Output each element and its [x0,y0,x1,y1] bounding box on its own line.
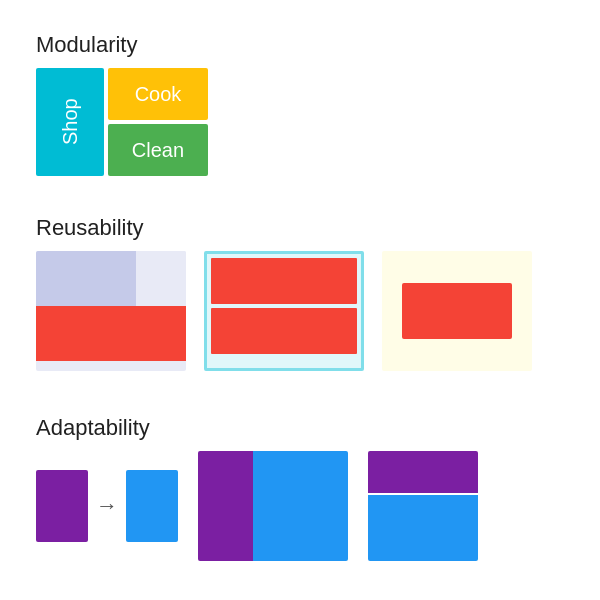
adapt-example-1: → [36,470,178,542]
adapt-ex3-purple [368,451,478,493]
adaptability-examples: → [36,451,478,561]
reuse-example-1 [36,251,186,371]
adapt-ex2-blue [253,451,348,561]
adapt-ex3-blue [368,495,478,561]
modularity-title: Modularity [36,32,208,58]
reuse-ex3-inner-red [402,283,512,339]
reusability-title: Reusability [36,215,532,241]
adaptability-section: Adaptability → [36,415,478,561]
shop-block: Shop [36,68,104,176]
modularity-grid: Shop Cook Clean [36,68,208,176]
reuse-ex1-topmid [86,251,136,306]
adapt-blue-small [126,470,178,542]
reusability-section: Reusability [36,215,532,371]
reuse-ex1-topright [136,251,186,306]
reusability-examples [36,251,532,371]
adapt-purple-small [36,470,88,542]
adaptability-title: Adaptability [36,415,478,441]
adapt-ex2-purple [198,451,253,561]
arrow-icon: → [96,493,118,519]
cook-block: Cook [108,68,208,120]
adapt-example-3 [368,451,478,561]
reuse-ex2-top-red [211,258,357,304]
clean-block: Clean [108,124,208,176]
reuse-ex2-bottom-red [211,308,357,354]
reuse-ex1-bottom [36,306,186,361]
reuse-ex1-topleft [36,251,86,306]
reuse-example-3 [382,251,532,371]
adapt-example-2 [198,451,348,561]
modularity-section: Modularity Shop Cook Clean [36,32,208,176]
reuse-example-2 [204,251,364,371]
